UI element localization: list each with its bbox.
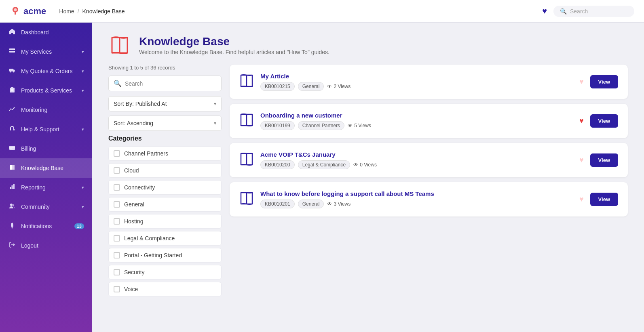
article-info: My Article KB0010215 General 👁 2 Views <box>260 73 571 91</box>
category-item[interactable]: Voice <box>108 282 222 296</box>
category-checkbox[interactable] <box>114 218 120 225</box>
page-icon <box>108 34 131 57</box>
search-icon: 🔍 <box>560 8 567 15</box>
category-label: Channel Partners <box>124 150 168 157</box>
category-checkbox[interactable] <box>114 150 120 157</box>
content-area: Showing 1 to 5 of 36 records 🔍 Sort By: … <box>92 65 644 315</box>
article-search-box[interactable]: 🔍 <box>108 76 222 91</box>
category-item[interactable]: Portal - Getting Started <box>108 248 222 263</box>
category-checkbox[interactable] <box>114 201 120 208</box>
article-card: Onboarding a new customer KB0010199 Chan… <box>230 104 628 138</box>
category-label: General <box>124 201 144 208</box>
article-meta: KB0010215 General 👁 2 Views <box>260 82 571 91</box>
chevron-icon: ▾ <box>82 185 84 190</box>
category-checkbox[interactable] <box>114 184 120 191</box>
sidebar-item-dashboard[interactable]: Dashboard <box>0 23 92 42</box>
category-item[interactable]: Legal & Compliance <box>108 231 222 246</box>
svg-point-24 <box>12 227 13 229</box>
article-card: Acme VOIP T&Cs January KB0010200 Legal &… <box>230 143 628 177</box>
like-button[interactable]: ♥ <box>578 193 585 205</box>
headset-icon <box>8 125 16 133</box>
article-views: 👁 2 Views <box>327 84 351 89</box>
category-item[interactable]: Connectivity <box>108 180 222 195</box>
article-id: KB0010215 <box>260 82 295 91</box>
category-label: Legal & Compliance <box>124 235 175 242</box>
notification-badge: 13 <box>74 223 84 229</box>
sort-order-dropdown[interactable]: Sort: Ascending ▾ <box>108 116 222 131</box>
logout-icon <box>8 242 16 250</box>
truck-icon <box>8 67 16 75</box>
eye-icon: 👁 <box>327 84 332 89</box>
eye-icon: 👁 <box>327 201 332 207</box>
article-views: 👁 3 Views <box>327 201 351 207</box>
sidebar-item-community[interactable]: Community ▾ <box>0 197 92 216</box>
categories-title: Categories <box>108 135 222 142</box>
like-button[interactable]: ♥ <box>578 76 585 88</box>
sort-by-dropdown[interactable]: Sort By: Published At ▾ <box>108 96 222 111</box>
page-title-block: Knowledge Base Welcome to the Knowledge … <box>139 35 329 55</box>
category-checkbox[interactable] <box>114 269 120 275</box>
eye-icon: 👁 <box>348 123 353 128</box>
book-icon <box>8 164 16 172</box>
article-meta: KB0010199 Channel Partners 👁 5 Views <box>260 121 571 130</box>
sidebar-item-help-support[interactable]: Help & Support ▾ <box>0 120 92 139</box>
svg-rect-20 <box>13 184 15 189</box>
article-icon <box>239 152 254 169</box>
category-item[interactable]: Cloud <box>108 163 222 178</box>
page-header: Knowledge Base Welcome to the Knowledge … <box>92 23 644 65</box>
article-card: What to know before logging a support ca… <box>230 182 628 216</box>
logo[interactable]: acme <box>10 6 46 17</box>
sidebar-item-billing[interactable]: Billing <box>0 139 92 158</box>
breadcrumb-home[interactable]: Home <box>59 8 74 15</box>
search-box[interactable]: 🔍 Search <box>553 6 634 17</box>
bell-icon <box>8 222 16 230</box>
server-icon <box>8 48 16 56</box>
left-panel: Showing 1 to 5 of 36 records 🔍 Sort By: … <box>108 65 222 299</box>
svg-point-0 <box>14 8 17 11</box>
view-button[interactable]: View <box>590 75 618 88</box>
category-label: Hosting <box>124 218 143 225</box>
chevron-icon: ▾ <box>82 88 84 93</box>
category-checkbox[interactable] <box>114 286 120 292</box>
article-id: KB0010200 <box>260 160 295 169</box>
category-item[interactable]: Hosting <box>108 214 222 229</box>
favorites-icon[interactable]: ♥ <box>542 6 547 16</box>
sidebar-item-products-services[interactable]: Products & Services ▾ <box>0 81 92 100</box>
sidebar-item-reporting[interactable]: Reporting ▾ <box>0 178 92 197</box>
category-checkbox[interactable] <box>114 167 120 174</box>
sidebar-item-notifications[interactable]: Notifications 13 <box>0 216 92 236</box>
chart-icon <box>8 106 16 114</box>
sidebar-item-my-quotes[interactable]: My Quotes & Orders ▾ <box>0 61 92 81</box>
svg-rect-16 <box>10 149 12 149</box>
sidebar-item-knowledge-base[interactable]: Knowledge Base <box>0 158 92 178</box>
article-category: Legal & Compliance <box>298 160 350 169</box>
sidebar-item-my-services[interactable]: My Services ▾ <box>0 42 92 61</box>
article-title: My Article <box>260 73 571 80</box>
svg-rect-18 <box>10 187 11 189</box>
category-checkbox[interactable] <box>114 252 120 258</box>
svg-rect-23 <box>12 227 13 227</box>
category-checkbox[interactable] <box>114 235 120 242</box>
topnav-right: ♥ 🔍 Search <box>542 6 634 17</box>
category-item[interactable]: Channel Partners <box>108 146 222 161</box>
breadcrumb: Home / Knowledge Base <box>59 8 125 15</box>
chevron-down-icon: ▾ <box>214 101 216 107</box>
like-button[interactable]: ♥ <box>578 115 585 127</box>
like-button[interactable]: ♥ <box>578 154 585 166</box>
search-placeholder[interactable]: Search <box>570 8 588 15</box>
chevron-icon: ▾ <box>82 127 84 132</box>
view-button[interactable]: View <box>590 114 618 128</box>
article-category: General <box>298 82 324 91</box>
sidebar-item-monitoring[interactable]: Monitoring <box>0 100 92 120</box>
svg-rect-5 <box>9 69 13 71</box>
category-item[interactable]: General <box>108 197 222 212</box>
svg-point-22 <box>13 204 14 206</box>
svg-point-21 <box>10 204 13 206</box>
category-item[interactable]: Security <box>108 265 222 279</box>
sidebar-item-logout[interactable]: Logout <box>0 236 92 255</box>
view-button[interactable]: View <box>590 193 618 206</box>
article-search-input[interactable] <box>125 80 216 87</box>
home-icon <box>8 28 16 36</box>
view-button[interactable]: View <box>590 153 618 167</box>
search-icon: 🔍 <box>114 80 122 87</box>
